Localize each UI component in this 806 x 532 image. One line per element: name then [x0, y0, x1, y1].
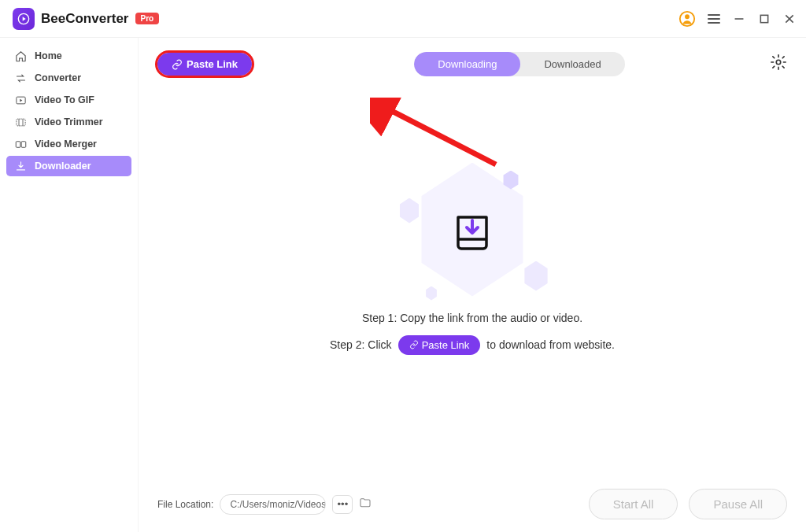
menu-icon[interactable]	[707, 12, 721, 26]
browse-button[interactable]: •••	[332, 495, 353, 514]
sidebar-item-label: Video Merger	[35, 139, 97, 150]
svg-rect-6	[16, 141, 20, 147]
trim-icon	[14, 116, 27, 128]
file-location-label: File Location:	[157, 499, 213, 510]
app-name: BeeConverter	[41, 11, 129, 27]
svg-rect-7	[21, 141, 26, 147]
paste-chip-label: Paste Link	[422, 339, 470, 351]
center-placeholder: Step 1: Copy the link from the audio or …	[139, 61, 806, 453]
app-logo	[13, 8, 35, 30]
svg-point-2	[685, 14, 690, 19]
sidebar-item-home[interactable]: Home	[6, 46, 131, 66]
titlebar: BeeConverter Pro	[0, 0, 806, 38]
paste-link-chip: Paste Link	[398, 335, 481, 355]
title-left: BeeConverter Pro	[13, 8, 159, 30]
sidebar-item-label: Converter	[35, 72, 81, 83]
download-icon	[14, 160, 27, 172]
sidebar-item-converter[interactable]: Converter	[6, 68, 131, 88]
sidebar: Home Converter Video To GIF Video Trimme…	[0, 38, 138, 532]
sidebar-item-label: Video Trimmer	[35, 116, 103, 127]
footer: File Location: C:/Users/moniz/Videos/Be …	[139, 476, 806, 532]
step2-post: to download from website.	[486, 338, 615, 351]
start-all-button[interactable]: Start All	[589, 489, 678, 519]
minimize-icon[interactable]	[732, 12, 746, 26]
pro-badge: Pro	[135, 13, 160, 24]
svg-rect-5	[16, 119, 24, 126]
sidebar-item-label: Downloader	[35, 161, 91, 172]
link-icon	[409, 340, 419, 349]
file-location-input[interactable]: C:/Users/moniz/Videos/Be	[220, 494, 326, 515]
main: Paste Link Downloading Downloaded	[138, 38, 806, 532]
pause-all-button[interactable]: Pause All	[689, 489, 787, 519]
file-location: File Location: C:/Users/moniz/Videos/Be …	[157, 494, 372, 515]
home-icon	[14, 50, 27, 62]
sidebar-item-video-trimmer[interactable]: Video Trimmer	[6, 112, 131, 132]
svg-rect-3	[760, 15, 767, 22]
maximize-icon[interactable]	[757, 12, 771, 26]
account-icon[interactable]	[678, 10, 696, 28]
sidebar-item-video-merger[interactable]: Video Merger	[6, 134, 131, 154]
sidebar-item-label: Video To GIF	[35, 94, 94, 105]
step2-pre: Step 2: Click	[330, 338, 392, 351]
merge-icon	[14, 138, 27, 150]
sidebar-item-label: Home	[35, 50, 62, 61]
download-tray-icon	[447, 205, 497, 255]
step2-row: Step 2: Click Paste Link to download fro…	[330, 335, 615, 355]
sidebar-item-video-to-gif[interactable]: Video To GIF	[6, 90, 131, 110]
sidebar-item-downloader[interactable]: Downloader	[6, 156, 131, 176]
gif-icon	[14, 94, 27, 106]
open-folder-icon[interactable]	[359, 497, 372, 512]
close-icon[interactable]	[782, 12, 797, 26]
title-right	[678, 10, 797, 28]
footer-buttons: Start All Pause All	[589, 489, 787, 519]
convert-icon	[14, 72, 27, 84]
step1-text: Step 1: Copy the link from the audio or …	[362, 312, 582, 324]
download-illustration	[394, 159, 551, 301]
